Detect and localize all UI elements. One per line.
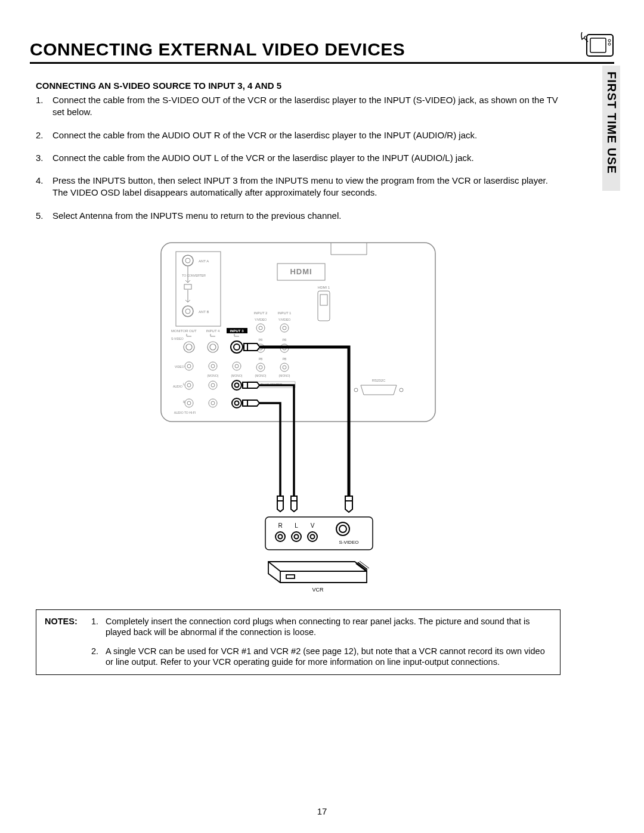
step-number: 3. <box>36 152 52 164</box>
label-input3: INPUT 3 <box>230 329 244 333</box>
svg-point-25 <box>210 344 216 350</box>
svg-point-71 <box>295 534 299 538</box>
notes-number: 2. <box>91 646 106 667</box>
svg-point-30 <box>280 324 289 332</box>
steps-list: 1. Connect the cable from the S-VIDEO OU… <box>36 94 561 222</box>
label-video: VIDEO <box>175 365 184 368</box>
svg-point-57 <box>232 398 242 408</box>
step-number: 5. <box>36 210 52 222</box>
label-monitor-out: MONITOR OUT <box>171 329 197 333</box>
svg-point-51 <box>235 383 239 387</box>
side-tab: FIRST TIME USE <box>602 66 620 191</box>
label-svideo: S-VIDEO <box>171 337 184 340</box>
label-to-converter: TO CONVERTER <box>182 274 206 277</box>
label-svideo: S-VIDEO <box>339 540 359 545</box>
svg-point-3 <box>608 43 611 45</box>
svg-point-58 <box>235 401 239 405</box>
notes-row: 2. A single VCR can be used for VCR #1 a… <box>45 646 552 667</box>
svg-point-17 <box>185 309 190 314</box>
svg-point-48 <box>209 381 217 389</box>
svg-point-26 <box>231 341 243 353</box>
svg-point-29 <box>259 326 262 330</box>
connection-diagram: ANT A TO CONVERTER ANT B HDMI HDMI 1 MON… <box>158 240 438 592</box>
svg-point-69 <box>278 534 283 538</box>
svg-point-37 <box>187 364 191 368</box>
step-text: Press the INPUTS button, then select INP… <box>52 175 561 199</box>
svg-rect-66 <box>345 496 352 501</box>
step-item: 1. Connect the cable from the S-VIDEO OU… <box>36 94 561 119</box>
label-pr: PR <box>283 338 287 342</box>
svg-point-36 <box>185 362 193 370</box>
label-hdmi-logo: HDMI <box>290 267 312 276</box>
svg-point-24 <box>208 342 218 352</box>
svg-point-60 <box>400 388 403 392</box>
svg-point-38 <box>209 362 217 370</box>
svg-point-70 <box>292 532 301 541</box>
svg-rect-62 <box>243 400 247 406</box>
svg-point-40 <box>233 362 241 370</box>
label-mono: (MONO) <box>255 374 267 377</box>
svg-point-49 <box>211 383 215 387</box>
svg-rect-61 <box>243 382 247 388</box>
step-number: 2. <box>36 129 52 141</box>
label-vcr: VCR <box>312 587 324 592</box>
svg-point-68 <box>275 532 285 541</box>
label-rs232c: RS232C <box>372 379 386 382</box>
page-title: CONNECTING EXTERNAL VIDEO DEVICES <box>30 39 405 60</box>
svg-rect-19 <box>318 291 330 321</box>
notes-box: NOTES: 1. Completely insert the connecti… <box>36 609 561 676</box>
svg-point-74 <box>336 522 349 535</box>
label-yvideo: Y/VIDEO <box>255 318 267 321</box>
svg-point-31 <box>283 326 286 330</box>
label-pb: PB <box>259 357 263 361</box>
svg-point-23 <box>186 344 192 350</box>
label-ant-a: ANT A <box>199 259 209 263</box>
tv-icon <box>578 30 615 60</box>
label-audio: AUDIO <box>173 385 182 388</box>
svg-point-46 <box>185 381 193 389</box>
svg-rect-20 <box>320 295 327 305</box>
svg-point-43 <box>259 366 262 369</box>
svg-point-59 <box>354 388 358 392</box>
page-number: 17 <box>0 806 644 816</box>
svg-point-44 <box>280 363 289 371</box>
step-item: 4. Press the INPUTS button, then select … <box>36 175 561 199</box>
step-item: 2. Connect the cable from the AUDIO OUT … <box>36 129 561 141</box>
svg-rect-64 <box>277 496 283 501</box>
svg-point-16 <box>182 306 193 317</box>
label-yvideo: Y/VIDEO <box>278 318 290 321</box>
step-text: Select Antenna from the INPUTS menu to r… <box>52 210 561 222</box>
label-input4: INPUT 4 <box>206 329 221 333</box>
svg-point-28 <box>256 324 265 332</box>
label-mono: (MONO) <box>279 374 290 377</box>
notes-text: A single VCR can be used for VCR #1 and … <box>106 646 552 667</box>
svg-point-41 <box>235 364 239 368</box>
svg-rect-65 <box>291 496 297 501</box>
notes-number: 1. <box>91 616 106 637</box>
step-item: 5. Select Antenna from the INPUTS menu t… <box>36 210 561 222</box>
section-heading: CONNECTING AN S-VIDEO SOURCE TO INPUT 3,… <box>36 80 561 91</box>
step-text: Connect the cable from the S-VIDEO OUT o… <box>52 94 561 119</box>
svg-point-22 <box>184 342 194 352</box>
svg-point-42 <box>256 363 265 371</box>
content-block: CONNECTING AN S-VIDEO SOURCE TO INPUT 3,… <box>30 80 566 675</box>
step-number: 4. <box>36 175 52 199</box>
label-l: L <box>295 522 298 529</box>
label-r: R <box>278 522 282 529</box>
notes-text: Completely insert the connection cord pl… <box>106 616 552 637</box>
side-tab-label: FIRST TIME USE <box>605 72 618 174</box>
svg-point-11 <box>182 255 193 266</box>
step-number: 1. <box>36 94 52 119</box>
diagram-container: ANT A TO CONVERTER ANT B HDMI HDMI 1 MON… <box>36 240 561 592</box>
svg-point-39 <box>211 364 215 368</box>
svg-point-2 <box>608 39 611 42</box>
svg-point-72 <box>308 532 317 541</box>
svg-point-12 <box>185 258 190 263</box>
step-text: Connect the cable from the AUDIO OUT L o… <box>52 152 561 164</box>
label-audio-hifi: AUDIO TO HI-FI <box>174 411 196 414</box>
svg-point-56 <box>211 401 215 405</box>
label-pr: PR <box>259 338 263 342</box>
svg-point-47 <box>187 383 191 387</box>
label-mono: (MONO) <box>208 374 219 377</box>
svg-point-50 <box>232 380 242 390</box>
